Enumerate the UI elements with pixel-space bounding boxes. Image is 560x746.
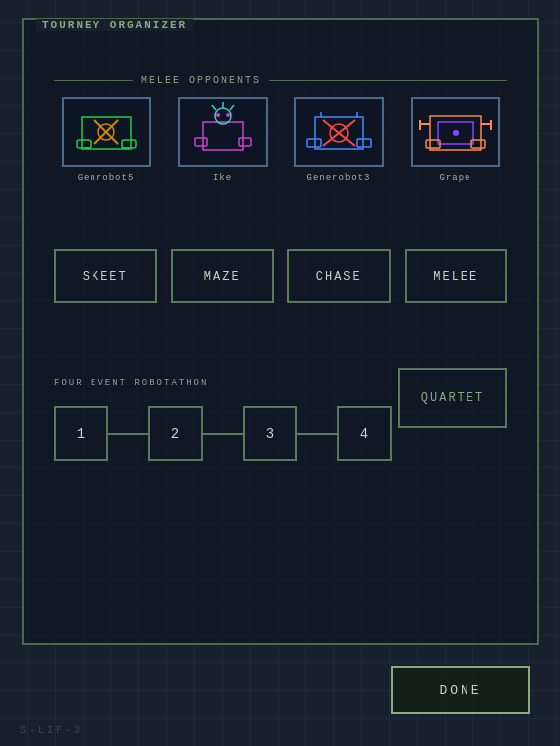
robot-thumbnail-genrobot5 (62, 97, 151, 167)
robot-card-genrobot5: Genrobot5 (62, 97, 151, 183)
svg-point-33 (453, 130, 459, 136)
done-button[interactable]: Done (391, 666, 530, 714)
melee-label-bar: Melee Opponents (54, 75, 507, 86)
panel-title: TOURNEY ORGANIZER (36, 19, 193, 31)
robot-name-generobot3: generobot3 (306, 173, 370, 183)
step-1: 1 (54, 406, 108, 461)
svg-rect-22 (357, 139, 371, 147)
mode-buttons: Skeet Maze Chase Melee (54, 249, 507, 303)
svg-line-12 (230, 105, 234, 110)
svg-point-14 (226, 113, 230, 117)
svg-rect-16 (239, 138, 251, 146)
robot-thumbnail-ike (178, 97, 268, 167)
robots-row: Genrobot5 (54, 97, 507, 183)
svg-point-13 (216, 113, 220, 117)
robot-card-ike: Ike (178, 97, 268, 183)
robot-svg-ike (183, 102, 263, 162)
melee-opponents-section: Melee Opponents (54, 75, 507, 183)
step-4: 4 (337, 406, 392, 461)
skeet-button[interactable]: Skeet (54, 249, 157, 303)
step-connector-2 (203, 433, 243, 435)
svg-rect-15 (195, 138, 207, 146)
step-connector-1 (108, 433, 148, 435)
robot-svg-grape (416, 102, 495, 162)
quartet-button[interactable]: Quartet (398, 368, 507, 428)
robot-svg-generobot3 (299, 102, 379, 162)
main-panel: TOURNEY ORGANIZER Melee Opponents (22, 18, 539, 645)
svg-rect-21 (307, 139, 321, 147)
robot-svg-genrobot5 (67, 102, 146, 162)
robot-name-genrobot5: Genrobot5 (78, 173, 135, 183)
bottom-deco: S-LIF-3 (20, 725, 83, 736)
step-3: 3 (243, 406, 297, 461)
robot-thumbnail-generobot3 (294, 97, 384, 167)
robot-name-grape: Grape (439, 173, 470, 183)
melee-button[interactable]: Melee (405, 249, 508, 303)
chase-button[interactable]: Chase (287, 249, 391, 303)
svg-rect-2 (122, 140, 136, 148)
robot-thumbnail-grape (411, 97, 500, 167)
svg-rect-1 (77, 140, 91, 148)
robot-card-generobot3: generobot3 (294, 97, 384, 183)
robot-name-ike: Ike (213, 173, 232, 183)
step-2: 2 (148, 406, 203, 461)
robot-card-grape: Grape (411, 97, 500, 183)
svg-line-11 (212, 105, 216, 110)
step-connector-3 (297, 433, 337, 435)
maze-button[interactable]: Maze (171, 249, 275, 303)
svg-rect-8 (203, 122, 243, 150)
melee-section-label: Melee Opponents (133, 75, 269, 86)
